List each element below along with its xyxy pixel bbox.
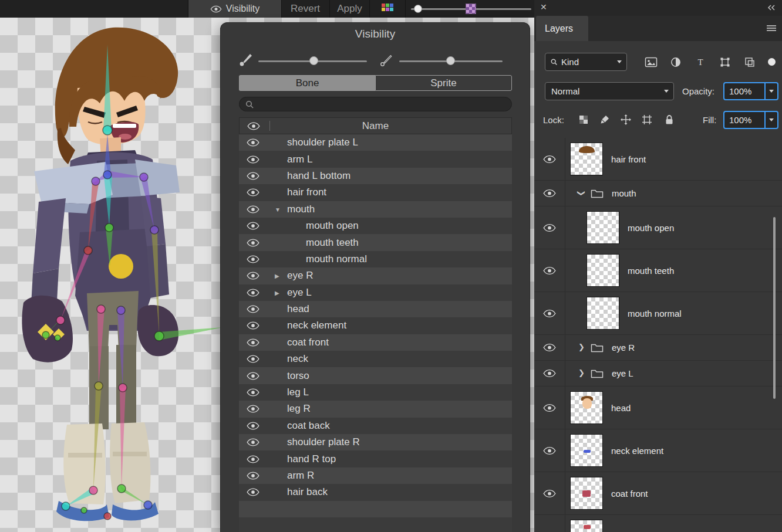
group-expander-icon[interactable]: ❯ bbox=[577, 190, 586, 196]
group-expander-icon[interactable]: ❯ bbox=[578, 368, 585, 377]
visibility-row[interactable]: leg R bbox=[239, 401, 512, 417]
fill-input[interactable]: 100% bbox=[723, 111, 778, 129]
visibility-eye-icon[interactable] bbox=[247, 222, 259, 231]
bone-color-button[interactable] bbox=[370, 0, 406, 18]
visibility-row[interactable]: head bbox=[239, 301, 512, 317]
layer-thumbnail[interactable] bbox=[586, 211, 619, 244]
visibility-eye-icon[interactable] bbox=[247, 488, 259, 497]
tab-layers[interactable]: Layers bbox=[536, 16, 588, 41]
visibility-row[interactable]: ▶eye L bbox=[239, 284, 512, 301]
search-field[interactable] bbox=[239, 97, 512, 111]
layer-eye-icon[interactable] bbox=[534, 429, 565, 472]
visibility-row[interactable]: ▼mouth bbox=[239, 201, 512, 218]
visibility-eye-icon[interactable] bbox=[247, 421, 259, 430]
layer-thumbnail[interactable] bbox=[570, 391, 603, 424]
visibility-eye-icon[interactable] bbox=[247, 438, 259, 447]
layer-row[interactable]: hair front bbox=[534, 138, 782, 181]
layer-thumbnail[interactable] bbox=[586, 297, 619, 330]
lock-position-button[interactable] bbox=[618, 111, 634, 128]
layer-eye-icon[interactable] bbox=[534, 249, 565, 292]
visibility-row[interactable]: mouth open bbox=[239, 218, 512, 234]
visibility-row[interactable]: coat front bbox=[239, 334, 512, 351]
tab-sprite[interactable]: Sprite bbox=[375, 75, 512, 91]
visibility-row[interactable]: mouth teeth bbox=[239, 234, 512, 250]
layer-row[interactable]: mouth teeth bbox=[534, 249, 782, 292]
collapse-panel-icon[interactable] bbox=[767, 5, 776, 11]
layer-eye-icon[interactable] bbox=[534, 206, 565, 249]
layer-thumbnail[interactable] bbox=[570, 520, 603, 532]
layer-row[interactable]: ❯eye R bbox=[534, 335, 782, 361]
opacity-input[interactable]: 100% bbox=[723, 82, 778, 100]
scrollbar-thumb[interactable] bbox=[773, 217, 776, 399]
layer-thumbnail[interactable] bbox=[586, 254, 619, 287]
visibility-row[interactable]: arm L bbox=[239, 151, 512, 167]
sprite-transparency-swatch[interactable] bbox=[466, 4, 476, 14]
visibility-row[interactable]: hand L bottom bbox=[239, 168, 512, 184]
layer-eye-icon[interactable] bbox=[534, 387, 565, 429]
layer-eye-icon[interactable] bbox=[534, 472, 565, 514]
layer-thumbnail[interactable] bbox=[570, 143, 603, 175]
layer-row[interactable]: ❯eye L bbox=[534, 361, 782, 387]
layer-row[interactable]: mouth open bbox=[534, 206, 782, 249]
filter-adjustment-layers-button[interactable] bbox=[666, 53, 686, 71]
visibility-row[interactable]: neck bbox=[239, 351, 512, 367]
visibility-eye-icon[interactable] bbox=[247, 355, 259, 364]
search-input[interactable] bbox=[256, 98, 505, 111]
revert-button[interactable]: Revert bbox=[281, 0, 330, 18]
layer-row[interactable]: neck element bbox=[534, 429, 782, 472]
lock-image-pixels-button[interactable] bbox=[596, 111, 613, 128]
layer-filter-toggle[interactable] bbox=[768, 58, 776, 66]
layer-thumbnail[interactable] bbox=[570, 434, 603, 467]
layer-eye-icon[interactable] bbox=[534, 181, 565, 206]
visibility-row[interactable]: shoulder plate R bbox=[239, 434, 512, 450]
visibility-eye-icon[interactable] bbox=[247, 338, 259, 347]
visibility-eye-icon[interactable] bbox=[247, 305, 259, 314]
panel-menu-icon[interactable] bbox=[766, 25, 777, 32]
expander-closed-icon[interactable]: ▶ bbox=[275, 289, 279, 296]
visibility-eye-icon[interactable] bbox=[247, 138, 259, 147]
lock-artboard-button[interactable] bbox=[639, 111, 655, 128]
visibility-eye-icon[interactable] bbox=[247, 255, 259, 263]
toolbar-slider-knob[interactable] bbox=[414, 5, 422, 13]
tab-bone[interactable]: Bone bbox=[239, 75, 375, 91]
expander-open-icon[interactable]: ▼ bbox=[275, 206, 281, 212]
group-expander-icon[interactable]: ❯ bbox=[578, 343, 585, 351]
visibility-row[interactable]: mouth normal bbox=[239, 251, 512, 267]
kind-filter-dropdown[interactable]: Kind bbox=[545, 53, 627, 71]
visibility-row[interactable]: neck element bbox=[239, 317, 512, 334]
layer-eye-icon[interactable] bbox=[534, 335, 565, 360]
layer-eye-icon[interactable] bbox=[534, 361, 565, 386]
layer-thumbnail[interactable] bbox=[570, 477, 603, 510]
chevron-down-icon[interactable] bbox=[764, 83, 777, 99]
visibility-eye-icon[interactable] bbox=[247, 238, 259, 247]
layer-eye-icon[interactable] bbox=[534, 138, 565, 180]
visibility-row[interactable]: coat back bbox=[239, 418, 512, 434]
visibility-eye-icon[interactable] bbox=[247, 472, 259, 480]
layer-eye-icon[interactable] bbox=[534, 515, 565, 532]
visibility-row[interactable]: torso bbox=[239, 367, 512, 384]
visibility-row[interactable]: hair front bbox=[239, 184, 512, 201]
bone-opacity-slider-knob[interactable] bbox=[446, 56, 455, 65]
visibility-eye-icon[interactable] bbox=[247, 205, 259, 214]
visibility-row[interactable]: hand R top bbox=[239, 450, 512, 467]
visibility-eye-icon[interactable] bbox=[247, 272, 259, 280]
bone-size-slider-knob[interactable] bbox=[309, 56, 318, 65]
visibility-eye-icon[interactable] bbox=[247, 188, 259, 197]
visibility-toggle-button[interactable]: Visibility bbox=[188, 0, 282, 18]
visibility-row[interactable]: leg L bbox=[239, 384, 512, 401]
layer-eye-icon[interactable] bbox=[534, 292, 565, 334]
filter-pixel-layers-button[interactable] bbox=[641, 53, 661, 71]
visibility-eye-icon[interactable] bbox=[247, 371, 259, 380]
filter-smart-object-button[interactable] bbox=[740, 53, 760, 71]
visibility-eye-icon[interactable] bbox=[247, 321, 259, 330]
visibility-row[interactable]: hair back bbox=[239, 484, 512, 500]
blend-mode-dropdown[interactable]: Normal bbox=[545, 82, 674, 100]
visibility-eye-icon[interactable] bbox=[247, 155, 259, 164]
apply-button[interactable]: Apply bbox=[330, 0, 370, 18]
expander-closed-icon[interactable]: ▶ bbox=[275, 273, 279, 279]
visibility-eye-icon[interactable] bbox=[247, 455, 259, 463]
visibility-eye-icon[interactable] bbox=[247, 288, 259, 297]
filter-type-layers-button[interactable]: T bbox=[690, 53, 710, 71]
layer-row[interactable] bbox=[534, 515, 782, 532]
layer-row[interactable]: ❯mouth bbox=[534, 181, 782, 206]
